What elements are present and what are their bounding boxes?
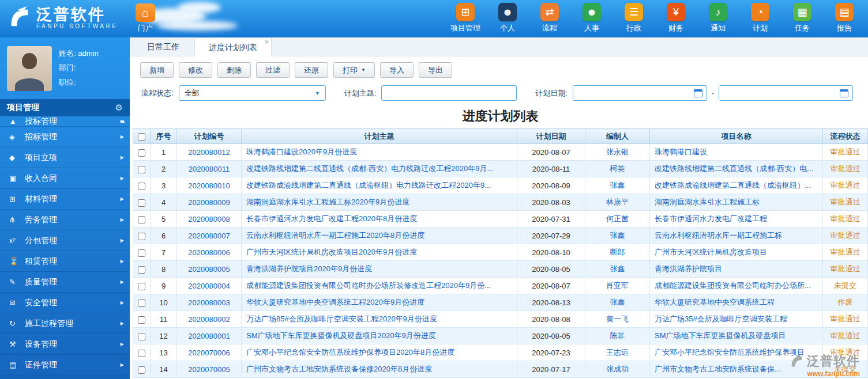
project-link[interactable]: 珠海鹤港口建设	[655, 147, 707, 156]
nav-item-workflow[interactable]: ⇄流程	[533, 3, 566, 33]
topic-link[interactable]: 改建铁路成渝线增建第二直通线（成渝枢纽）电力线路迁改工程2020年9...	[246, 181, 491, 190]
nav-item-task[interactable]: ▦任务	[786, 3, 819, 33]
add-button[interactable]: 新增	[140, 62, 174, 78]
row-checkbox[interactable]	[138, 183, 145, 190]
delete-button[interactable]: 删除	[217, 62, 251, 78]
table-row[interactable]: 52020080008长春市伊通河水力发电厂改建工程2020年8月份进度2020…	[133, 211, 868, 228]
topic-link[interactable]: 广州市天河区统计局机房改造项目2020年9月份进度	[246, 248, 417, 256]
project-link[interactable]: SM广场地下车库更换摄像机及硬盘项目	[655, 331, 786, 340]
project-link[interactable]: 长春市伊通河水力发电厂改建工程	[655, 214, 767, 223]
tab-daily-work[interactable]: 日常工作	[133, 37, 193, 56]
table-row[interactable]: 72020080006广州市天河区统计局机房改造项目2020年9月份进度2020…	[133, 244, 868, 261]
row-checkbox[interactable]	[138, 216, 145, 223]
topic-link[interactable]: 云南水利枢纽潜明水库一期工程施工2020年8月份进度	[246, 231, 424, 240]
nav-item-hr[interactable]: ☻人事	[575, 3, 608, 33]
table-row[interactable]: 122020080001SM广场地下车库更换摄像机及硬盘项目2020年9月份进度…	[133, 328, 868, 344]
nav-item-portal[interactable]: ⌂ 门户	[133, 3, 157, 33]
print-button[interactable]: 打印▼	[333, 62, 375, 78]
row-checkbox[interactable]	[138, 366, 145, 374]
filter-button[interactable]: 过滤	[256, 62, 290, 78]
topic-link[interactable]: 长春市伊通河水力发电厂改建工程2020年8月份进度	[246, 214, 417, 223]
table-row[interactable]: 82020080005青海洪湖养护院项目2020年9月份进度2020-08-05…	[133, 261, 868, 278]
sidebar-item-certificate[interactable]: ▤证件管理▶	[0, 355, 130, 376]
table-row[interactable]: 32020080010改建铁路成渝线增建第二直通线（成渝枢纽）电力线路迁改工程2…	[133, 177, 868, 194]
nav-item-report[interactable]: ▤报告	[828, 3, 861, 33]
plan-no-link[interactable]: 2020070005	[188, 365, 230, 374]
table-row[interactable]: 42020080009湖南洞庭湖水库引水工程施工标2020年9月份进度2020-…	[133, 194, 868, 211]
project-link[interactable]: 广州市天河区统计局机房改造项目	[655, 248, 767, 256]
topic-input[interactable]	[381, 85, 517, 101]
table-row[interactable]: 142020070005广州市文物考古工地安防系统设备保修2020年8月份进度2…	[133, 361, 868, 378]
plan-no-link[interactable]: 2020080010	[188, 181, 230, 190]
project-link[interactable]: 青海洪湖养护院项目	[655, 264, 722, 273]
row-checkbox[interactable]	[138, 149, 145, 157]
sidebar-item-tender[interactable]: ◈招标管理▶	[0, 127, 130, 147]
date-from-input[interactable]	[573, 86, 694, 100]
row-checkbox[interactable]	[138, 300, 145, 307]
gear-icon[interactable]: ⚙	[115, 103, 123, 113]
table-row[interactable]: 62020080007云南水利枢纽潜明水库一期工程施工2020年8月份进度202…	[133, 228, 868, 244]
row-checkbox[interactable]	[138, 350, 145, 357]
topic-link[interactable]: 湖南洞庭湖水库引水工程施工标2020年9月份进度	[246, 198, 409, 206]
sidebar-item-labor[interactable]: ⋔劳务管理▶	[0, 210, 130, 230]
project-link[interactable]: 广安邓小平纪念馆安全防范系统维护保养项目	[655, 348, 805, 357]
row-checkbox[interactable]	[138, 266, 145, 274]
table-row[interactable]: 12020080012珠海鹤港口建设2020年9月份进度2020-08-07张永…	[133, 144, 868, 161]
sidebar-item-subcontract[interactable]: x²分包管理▶	[0, 230, 130, 251]
topic-link[interactable]: 成都能源建设集团投资有限公司临时办公场所装修改造工程2020年9月份...	[246, 281, 491, 290]
sidebar-item-quality[interactable]: ✎质量管理▶	[0, 272, 130, 293]
project-link[interactable]: 改建铁路线增建第二线直通线（成都-西安）电...	[655, 164, 813, 173]
project-link[interactable]: 华软大厦研究基地中央空调系统工程	[655, 298, 775, 306]
nav-item-notice[interactable]: ♪通知	[701, 3, 735, 33]
topic-link[interactable]: SM广场地下车库更换摄像机及硬盘项目2020年9月份进度	[246, 331, 436, 340]
table-row[interactable]: 92020080004成都能源建设集团投资有限公司临时办公场所装修改造工程202…	[133, 278, 868, 294]
sidebar-item-safety[interactable]: ✉安全管理▶	[0, 293, 130, 313]
plan-no-link[interactable]: 2020080012	[188, 148, 230, 157]
restore-button[interactable]: 还原	[295, 62, 328, 78]
project-link[interactable]: 成都能源建设集团投资有限公司临时办公场所...	[655, 281, 811, 290]
project-link[interactable]: 湖南洞庭湖水库引水工程施工标	[655, 198, 760, 206]
calendar-icon[interactable]	[694, 89, 702, 97]
plan-no-link[interactable]: 2020080004	[188, 282, 230, 290]
row-checkbox[interactable]	[138, 249, 145, 257]
table-row[interactable]: 102020080003华软大厦研究基地中央空调系统工程2020年9月份进度20…	[133, 294, 868, 311]
topic-link[interactable]: 广州市文物考古工地安防系统设备保修2020年8月份进度	[246, 365, 432, 373]
nav-item-project[interactable]: ⊞项目管理	[449, 3, 482, 33]
calendar-icon[interactable]	[840, 89, 848, 97]
scroll-up-icon[interactable]: ▲	[121, 118, 126, 124]
row-checkbox[interactable]	[138, 333, 145, 340]
import-button[interactable]: 导入	[380, 62, 414, 78]
table-row[interactable]: 22020080011改建铁路线增建第二线直通线（成都-西安）电力线路迁改工程2…	[133, 161, 868, 177]
plan-no-link[interactable]: 2020080001	[188, 332, 230, 340]
project-link[interactable]: 广州市文物考古工地安防系统设备保...	[655, 365, 781, 373]
sidebar-item-construction-process[interactable]: ↻施工过程管理▶	[0, 313, 130, 334]
plan-no-link[interactable]: 2020080003	[188, 298, 230, 307]
close-icon[interactable]: ×	[264, 38, 269, 46]
sidebar-item-income-contract[interactable]: ▣收入合同▶	[0, 168, 130, 189]
plan-no-link[interactable]: 2020080006	[188, 248, 230, 257]
topic-link[interactable]: 万达广场85#会所及咖啡厅空调安装工程2020年9月份进度	[246, 314, 437, 323]
topic-link[interactable]: 华软大厦研究基地中央空调系统工程2020年9月份进度	[246, 298, 424, 306]
plan-no-link[interactable]: 2020080002	[188, 315, 230, 324]
plan-no-link[interactable]: 2020070006	[188, 348, 230, 357]
tab-progress-plan-list[interactable]: 进度计划列表 ×	[194, 37, 272, 56]
export-button[interactable]: 导出	[419, 62, 452, 78]
plan-no-link[interactable]: 2020080008	[188, 215, 230, 223]
sidebar-item-equipment[interactable]: ⚒设备管理▶	[0, 334, 130, 355]
row-checkbox[interactable]	[138, 283, 145, 290]
topic-link[interactable]: 青海洪湖养护院项目2020年9月份进度	[246, 264, 372, 273]
plan-no-link[interactable]: 2020080007	[188, 232, 230, 240]
date-to-input[interactable]	[719, 86, 840, 100]
edit-button[interactable]: 修改	[179, 62, 212, 78]
row-checkbox[interactable]	[138, 233, 145, 240]
table-row[interactable]: 112020080002万达广场85#会所及咖啡厅空调安装工程2020年9月份进…	[133, 311, 868, 328]
topic-link[interactable]: 珠海鹤港口建设2020年9月份进度	[246, 147, 357, 156]
topic-link[interactable]: 广安邓小平纪念馆安全防范系统维护保养项目2020年8月份进度	[246, 348, 454, 357]
project-link[interactable]: 改建铁路成渝线增建第二直通线（成渝枢纽）...	[655, 181, 811, 190]
sidebar-item-lease[interactable]: ⌛租赁管理▶	[0, 251, 130, 272]
row-checkbox[interactable]	[138, 199, 145, 207]
project-link[interactable]: 云南水利枢纽潜明水库一期工程施工标	[655, 231, 782, 240]
status-select[interactable]: 全部 ▼	[179, 85, 326, 101]
plan-no-link[interactable]: 2020080005	[188, 265, 230, 274]
row-checkbox[interactable]	[138, 316, 145, 324]
